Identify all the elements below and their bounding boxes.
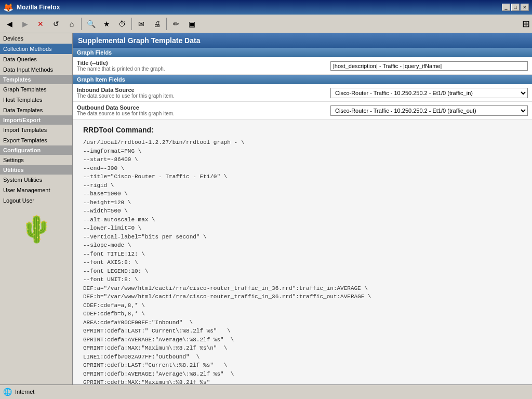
sidebar-item-export-templates[interactable]: Export Templates (0, 135, 72, 145)
graph-fields-section-header: Graph Fields (73, 48, 532, 57)
outbound-field-select[interactable]: Cisco-Router - Traffic - 10.250.250.2 - … (330, 105, 528, 116)
title-field-input[interactable] (330, 61, 528, 71)
print-button[interactable]: 🖨 (150, 17, 164, 31)
page-header: Supplemental Graph Template Data (73, 33, 532, 48)
title-field-label: Title (--title) (77, 60, 330, 66)
firefox-icon: 🦊 (3, 3, 14, 12)
sidebar-item-system-utilities[interactable]: System Utilities (0, 175, 72, 185)
graph-item-fields-section-header: Graph Item Fields (73, 75, 532, 84)
sidebar-section-templates: Templates (0, 75, 72, 84)
forward-button[interactable]: ▶ (18, 17, 32, 31)
inbound-field-select[interactable]: Cisco-Router - Traffic - 10.250.250.2 - … (330, 88, 528, 98)
status-globe-icon: 🌐 (3, 388, 12, 396)
inbound-field-label: Inbound Data Source (77, 87, 330, 93)
stop-button[interactable]: ✕ (33, 17, 48, 31)
windows-logo-icon: ⊞ (522, 18, 530, 30)
outbound-field-row: Outbound Data Source The data source to … (73, 102, 532, 119)
title-field-row: Title (--title) The name that is printed… (73, 57, 532, 75)
sidebar-item-data-templates[interactable]: Data Templates (0, 105, 72, 115)
maximize-button[interactable]: □ (511, 4, 520, 11)
sidebar-item-host-templates[interactable]: Host Templates (0, 95, 72, 105)
window-controls: _ □ ✕ (502, 4, 529, 11)
title-field-desc: The name that is printed on the graph. (77, 66, 330, 72)
sidebar-item-collection-methods[interactable]: Collection Methods (0, 44, 72, 54)
rrdtool-command-code: /usr/local/rrdtool-1.2.27/bin/rrdtool gr… (83, 138, 522, 384)
sidebar-item-user-management[interactable]: User Management (0, 185, 72, 195)
status-text: Internet (15, 389, 34, 395)
rrdtool-command-section: RRDTool Command: /usr/local/rrdtool-1.2.… (73, 119, 532, 384)
sidebar-section-configuration: Configuration (0, 145, 72, 155)
refresh-button[interactable]: ↺ (49, 17, 63, 31)
outbound-field-label: Outbound Data Source (77, 104, 330, 111)
sidebar: Devices Collection Methods Data Queries … (0, 33, 73, 384)
main-content: Supplemental Graph Template Data Graph F… (73, 33, 532, 384)
sidebar-section-utilities: Utilities (0, 165, 72, 175)
home-button[interactable]: ⌂ (64, 17, 79, 31)
sidebar-item-data-input-methods[interactable]: Data Input Methods (0, 64, 72, 75)
inbound-field-row: Inbound Data Source The data source to u… (73, 84, 532, 102)
close-button[interactable]: ✕ (521, 4, 529, 11)
sidebar-item-data-queries[interactable]: Data Queries (0, 54, 72, 64)
inbound-field-desc: The data source to use for this graph it… (77, 93, 330, 99)
sidebar-item-settings[interactable]: Settings (0, 155, 72, 165)
new-window-button[interactable]: ▣ (184, 17, 199, 31)
edit-button[interactable]: ✏ (169, 17, 183, 31)
sidebar-item-import-templates[interactable]: Import Templates (0, 125, 72, 135)
window-title: Mozilla Firefox (17, 4, 60, 11)
mail-button[interactable]: ✉ (134, 17, 149, 31)
minimize-button[interactable]: _ (502, 4, 510, 11)
sidebar-logo: 🌵 (0, 211, 72, 247)
back-button[interactable]: ◀ (2, 17, 17, 31)
sidebar-item-graph-templates[interactable]: Graph Templates (0, 84, 72, 95)
sidebar-item-devices[interactable]: Devices (0, 33, 72, 44)
outbound-field-desc: The data source to use for this graph it… (77, 111, 330, 116)
search-button[interactable]: 🔍 (84, 17, 98, 31)
history-button[interactable]: ⏱ (115, 17, 129, 31)
bookmarks-button[interactable]: ★ (99, 17, 114, 31)
status-bar: 🌐 Internet (0, 384, 532, 398)
rrdtool-command-title: RRDTool Command: (83, 126, 522, 134)
sidebar-item-logout-user[interactable]: Logout User (0, 195, 72, 206)
toolbar: ◀ ▶ ✕ ↺ ⌂ 🔍 ★ ⏱ ✉ 🖨 ✏ ▣ ⊞ (0, 15, 532, 33)
sidebar-section-import-export: Import/Export (0, 115, 72, 125)
